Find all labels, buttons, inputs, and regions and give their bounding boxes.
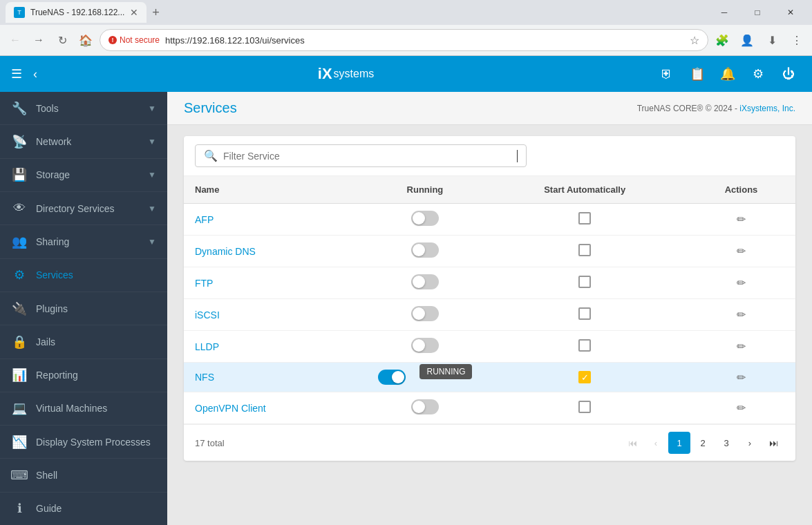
actions-cell-openvpn-client[interactable]: ✏ xyxy=(687,392,795,424)
start-auto-cell-openvpn-client[interactable] xyxy=(482,392,687,424)
edit-icon-openvpn-client[interactable]: ✏ xyxy=(737,402,746,414)
edit-icon-dynamic-dns[interactable]: ✏ xyxy=(737,245,746,257)
more-icon[interactable]: ⋮ xyxy=(787,30,806,50)
running-cell-afp[interactable] xyxy=(367,204,482,236)
home-button[interactable]: 🏠 xyxy=(76,30,95,50)
running-cell-openvpn-client[interactable] xyxy=(367,392,482,424)
running-toggle-nfs[interactable] xyxy=(378,370,406,385)
actions-cell-afp[interactable]: ✏ xyxy=(687,204,795,236)
table-row: iSCSI xyxy=(184,299,795,331)
col-running: Running xyxy=(367,176,482,204)
maximize-button[interactable]: □ xyxy=(742,0,773,25)
clipboard-icon-button[interactable]: 📋 xyxy=(685,61,710,86)
first-page-button[interactable]: ⏮ xyxy=(621,432,643,454)
start-auto-checkbox-iscsi[interactable] xyxy=(578,307,591,320)
extensions-icon[interactable]: 🧩 xyxy=(712,30,732,50)
sidebar-item-services[interactable]: ⚙ Services xyxy=(0,259,167,292)
power-icon-button[interactable]: ⏻ xyxy=(776,61,801,86)
start-auto-cell-afp[interactable] xyxy=(482,204,687,236)
forward-button[interactable]: → xyxy=(29,30,48,50)
sidebar-item-plugins[interactable]: 🔌 Plugins xyxy=(0,292,167,325)
sidebar-item-display-system-processes[interactable]: 📉 Display System Processes xyxy=(0,426,167,459)
sidebar-item-tools[interactable]: 🔧 Tools ▼ xyxy=(0,92,167,125)
shield-icon-button[interactable]: ⛨ xyxy=(654,61,679,86)
start-auto-cell-nfs[interactable]: ✓ xyxy=(482,363,687,392)
actions-cell-ftp[interactable]: ✏ xyxy=(687,267,795,299)
actions-cell-lldp[interactable]: ✏ xyxy=(687,331,795,363)
col-start-automatically: Start Automatically xyxy=(482,176,687,204)
last-page-button[interactable]: ⏭ xyxy=(762,432,784,454)
running-toggle-iscsi[interactable] xyxy=(411,306,439,321)
sidebar-label-reporting: Reporting xyxy=(36,370,156,381)
sidebar-item-shell[interactable]: ⌨ Shell xyxy=(0,459,167,492)
bell-icon-button[interactable]: 🔔 xyxy=(715,61,740,86)
sidebar-item-network[interactable]: 📡 Network ▼ xyxy=(0,125,167,158)
minimize-button[interactable]: ─ xyxy=(708,0,740,25)
next-page-button[interactable]: › xyxy=(739,432,761,454)
close-button[interactable]: ✕ xyxy=(775,0,806,25)
back-button[interactable]: ← xyxy=(6,30,25,50)
settings-icon-button[interactable]: ⚙ xyxy=(746,61,771,86)
running-cell-dynamic-dns[interactable] xyxy=(367,236,482,267)
start-auto-checkbox-afp[interactable] xyxy=(578,212,591,225)
start-auto-checkbox-dynamic-dns[interactable] xyxy=(578,244,591,256)
sidebar-item-jails[interactable]: 🔒 Jails xyxy=(0,325,167,359)
sidebar-item-reporting[interactable]: 📊 Reporting xyxy=(0,359,167,392)
bookmark-icon[interactable]: ☆ xyxy=(690,34,699,47)
start-auto-cell-lldp[interactable] xyxy=(482,331,687,363)
start-auto-checkbox-nfs[interactable]: ✓ xyxy=(578,371,591,383)
edit-icon-iscsi[interactable]: ✏ xyxy=(737,309,746,321)
ixsystems-link[interactable]: iXsystems, Inc. xyxy=(739,104,795,113)
services-card: 🔍 Name Running Start Automatically xyxy=(184,136,795,461)
new-tab-button[interactable]: + xyxy=(147,6,165,20)
address-bar[interactable]: ! Not secure https://192.168.122.103/ui/… xyxy=(100,29,708,51)
sidebar-item-storage[interactable]: 💾 Storage ▼ xyxy=(0,159,167,192)
start-auto-checkbox-lldp[interactable] xyxy=(578,339,591,352)
prev-page-button[interactable]: ‹ xyxy=(645,432,667,454)
sidebar-item-guide[interactable]: ℹ Guide xyxy=(0,493,167,525)
running-toggle-lldp[interactable] xyxy=(411,338,439,353)
running-cell-nfs[interactable]: RUNNING xyxy=(367,363,482,392)
actions-cell-iscsi[interactable]: ✏ xyxy=(687,299,795,331)
page-2-button[interactable]: 2 xyxy=(692,432,714,454)
running-toggle-dynamic-dns[interactable] xyxy=(411,242,439,258)
browser-tab[interactable]: T TrueNAS - 192.168.122... ✕ xyxy=(6,2,147,23)
start-auto-cell-iscsi[interactable] xyxy=(482,299,687,331)
table-row: FTP xyxy=(184,267,795,299)
plugins-icon: 🔌 xyxy=(11,301,28,316)
browser-actions: 🧩 👤 ⬇ ⋮ xyxy=(712,30,806,50)
running-cell-ftp[interactable] xyxy=(367,267,482,299)
start-auto-cell-ftp[interactable] xyxy=(482,267,687,299)
actions-cell-dynamic-dns[interactable]: ✏ xyxy=(687,236,795,267)
start-auto-checkbox-openvpn-client[interactable] xyxy=(578,401,591,413)
page-3-button[interactable]: 3 xyxy=(715,432,737,454)
edit-icon-afp[interactable]: ✏ xyxy=(737,213,746,225)
hamburger-menu-button[interactable]: ☰ xyxy=(11,66,22,82)
sidebar-item-virtual-machines[interactable]: 💻 Virtual Machines xyxy=(0,392,167,426)
filter-input[interactable] xyxy=(223,151,511,162)
start-auto-checkbox-ftp[interactable] xyxy=(578,276,591,288)
running-toggle-afp[interactable] xyxy=(411,211,439,226)
edit-icon-nfs[interactable]: ✏ xyxy=(737,372,746,383)
actions-cell-nfs[interactable]: ✏ xyxy=(687,363,795,392)
filter-input-wrap[interactable]: 🔍 xyxy=(195,144,527,167)
edit-icon-ftp[interactable]: ✏ xyxy=(737,277,746,289)
storage-arrow-icon: ▼ xyxy=(148,170,156,180)
start-auto-cell-dynamic-dns[interactable] xyxy=(482,236,687,267)
sidebar-collapse-button[interactable]: ‹ xyxy=(33,67,37,82)
edit-icon-lldp[interactable]: ✏ xyxy=(737,341,746,352)
sidebar-item-directory-services[interactable]: 👁 Directory Services ▼ xyxy=(0,192,167,225)
toggle-track-afp xyxy=(411,211,439,226)
profile-icon[interactable]: 👤 xyxy=(737,30,757,50)
tab-close-button[interactable]: ✕ xyxy=(130,7,138,18)
sidebar-item-sharing[interactable]: 👥 Sharing ▼ xyxy=(0,225,167,258)
download-icon[interactable]: ⬇ xyxy=(762,30,782,50)
sidebar: 🔧 Tools ▼ 📡 Network ▼ 💾 Storage ▼ 👁 Dire… xyxy=(0,92,167,525)
running-cell-lldp[interactable] xyxy=(367,331,482,363)
running-toggle-ftp[interactable] xyxy=(411,274,439,289)
reload-button[interactable]: ↻ xyxy=(53,30,72,50)
storage-icon: 💾 xyxy=(11,167,28,182)
running-toggle-openvpn-client[interactable] xyxy=(411,399,439,414)
running-cell-iscsi[interactable] xyxy=(367,299,482,331)
page-1-button[interactable]: 1 xyxy=(668,432,690,454)
